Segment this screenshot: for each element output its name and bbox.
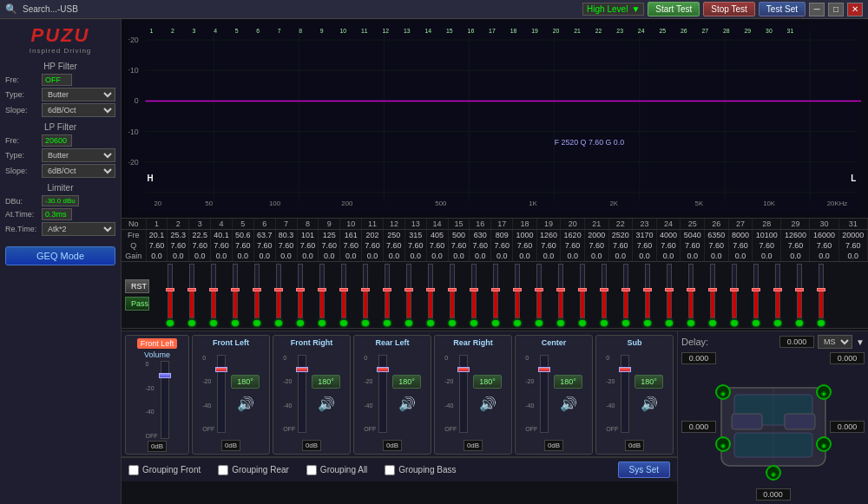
delay-top-value[interactable]: 0.000 xyxy=(779,336,814,348)
band-thumb-18[interactable] xyxy=(535,288,543,291)
band-track-21[interactable] xyxy=(602,264,607,318)
band-track-1[interactable] xyxy=(168,264,173,318)
speaker-icon-0[interactable]: 🔊 xyxy=(237,396,254,412)
phase-btn-5[interactable]: 180° xyxy=(635,375,663,389)
speaker-icon-2[interactable]: 🔊 xyxy=(398,396,416,412)
band-track-12[interactable] xyxy=(406,264,411,318)
grouping-bass-label[interactable]: Grouping Bass xyxy=(385,465,456,475)
band-thumb-25[interactable] xyxy=(687,288,695,291)
band-track-15[interactable] xyxy=(471,264,477,318)
band-thumb-11[interactable] xyxy=(383,288,391,291)
fader-thumb-4[interactable] xyxy=(538,367,550,372)
phase-btn-1[interactable]: 180° xyxy=(312,375,340,389)
test-set-button[interactable]: Test Set xyxy=(759,2,806,16)
band-thumb-1[interactable] xyxy=(166,288,174,291)
band-slider-18[interactable] xyxy=(529,264,549,326)
band-slider-9[interactable] xyxy=(333,264,354,326)
level-select[interactable]: High Level ▼ xyxy=(582,3,644,16)
limiter-at-value[interactable]: 0.3ms xyxy=(42,208,72,220)
band-slider-1[interactable] xyxy=(160,264,181,326)
band-thumb-13[interactable] xyxy=(426,288,435,291)
band-track-24[interactable] xyxy=(667,264,672,318)
band-track-22[interactable] xyxy=(623,264,628,318)
phase-btn-4[interactable]: 180° xyxy=(554,375,582,389)
band-track-9[interactable] xyxy=(341,264,346,318)
band-slider-11[interactable] xyxy=(377,264,398,326)
band-thumb-19[interactable] xyxy=(556,288,565,291)
band-track-8[interactable] xyxy=(319,264,325,318)
band-track-29[interactable] xyxy=(775,264,780,318)
stop-test-button[interactable]: Stop Test xyxy=(703,2,755,16)
phase-btn-0[interactable]: 180° xyxy=(231,375,260,389)
band-thumb-15[interactable] xyxy=(470,288,478,291)
grouping-bass-checkbox[interactable] xyxy=(385,465,395,475)
band-slider-29[interactable] xyxy=(767,264,788,326)
speaker-icon-4[interactable]: 🔊 xyxy=(560,396,577,412)
band-slider-2[interactable] xyxy=(181,264,202,326)
band-thumb-8[interactable] xyxy=(318,288,326,291)
band-slider-17[interactable] xyxy=(507,264,528,326)
band-thumb-21[interactable] xyxy=(600,288,608,291)
hp-fre-value[interactable]: OFF xyxy=(42,74,72,86)
speaker-icon-3[interactable]: 🔊 xyxy=(479,396,496,412)
delay-value-tl[interactable]: 0.000 xyxy=(681,352,716,364)
fader-thumb-1[interactable] xyxy=(296,367,308,372)
hp-slope-select[interactable]: 6dB/Oct xyxy=(42,103,115,117)
band-track-16[interactable] xyxy=(493,264,498,318)
grouping-front-label[interactable]: Grouping Front xyxy=(128,465,201,475)
band-track-10[interactable] xyxy=(363,264,368,318)
band-slider-25[interactable] xyxy=(681,264,701,326)
band-slider-24[interactable] xyxy=(659,264,680,326)
band-track-6[interactable] xyxy=(276,264,281,318)
volume-fader[interactable] xyxy=(161,361,169,439)
band-slider-16[interactable] xyxy=(485,264,506,326)
band-slider-15[interactable] xyxy=(464,264,484,326)
fader-track-4[interactable] xyxy=(540,355,549,433)
lp-slope-select[interactable]: 6dB/Oct xyxy=(42,164,115,178)
band-track-13[interactable] xyxy=(428,264,433,318)
speaker-icon-1[interactable]: 🔊 xyxy=(318,396,335,412)
band-slider-5[interactable] xyxy=(247,264,267,326)
band-thumb-24[interactable] xyxy=(665,288,674,291)
restore-button[interactable]: □ xyxy=(828,3,844,16)
band-track-28[interactable] xyxy=(753,264,759,318)
fader-thumb-2[interactable] xyxy=(377,367,389,372)
grouping-rear-checkbox[interactable] xyxy=(218,465,228,475)
band-slider-19[interactable] xyxy=(550,264,571,326)
band-thumb-3[interactable] xyxy=(209,288,218,291)
volume-fader-thumb[interactable] xyxy=(159,373,171,378)
hp-type-select[interactable]: Butter xyxy=(42,88,115,101)
band-thumb-23[interactable] xyxy=(643,288,652,291)
fader-thumb-5[interactable] xyxy=(619,367,631,372)
pass-button[interactable]: Pass xyxy=(125,297,149,311)
band-thumb-20[interactable] xyxy=(578,288,587,291)
band-thumb-31[interactable] xyxy=(817,288,825,291)
band-slider-28[interactable] xyxy=(746,264,766,326)
band-track-14[interactable] xyxy=(450,264,455,318)
band-thumb-7[interactable] xyxy=(296,288,305,291)
band-thumb-17[interactable] xyxy=(513,288,522,291)
fader-thumb-0[interactable] xyxy=(215,367,227,372)
band-track-30[interactable] xyxy=(797,264,802,318)
band-track-18[interactable] xyxy=(536,264,542,318)
fader-track-0[interactable] xyxy=(217,355,226,433)
band-slider-21[interactable] xyxy=(594,264,615,326)
band-thumb-27[interactable] xyxy=(730,288,739,291)
fader-track-3[interactable] xyxy=(459,355,468,433)
fader-track-5[interactable] xyxy=(621,355,629,433)
band-thumb-22[interactable] xyxy=(621,288,630,291)
band-thumb-26[interactable] xyxy=(708,288,717,291)
minimize-button[interactable]: ─ xyxy=(809,3,825,16)
band-slider-12[interactable] xyxy=(398,264,419,326)
geq-mode-button[interactable]: GEQ Mode xyxy=(5,246,115,265)
band-slider-14[interactable] xyxy=(442,264,463,326)
lp-fre-value[interactable]: 20600 xyxy=(42,134,72,147)
band-track-25[interactable] xyxy=(688,264,694,318)
band-track-11[interactable] xyxy=(385,264,390,318)
phase-btn-2[interactable]: 180° xyxy=(392,375,421,389)
band-track-3[interactable] xyxy=(211,264,216,318)
band-slider-3[interactable] xyxy=(203,264,224,326)
band-slider-23[interactable] xyxy=(637,264,658,326)
band-slider-26[interactable] xyxy=(702,264,723,326)
band-slider-4[interactable] xyxy=(225,264,246,326)
